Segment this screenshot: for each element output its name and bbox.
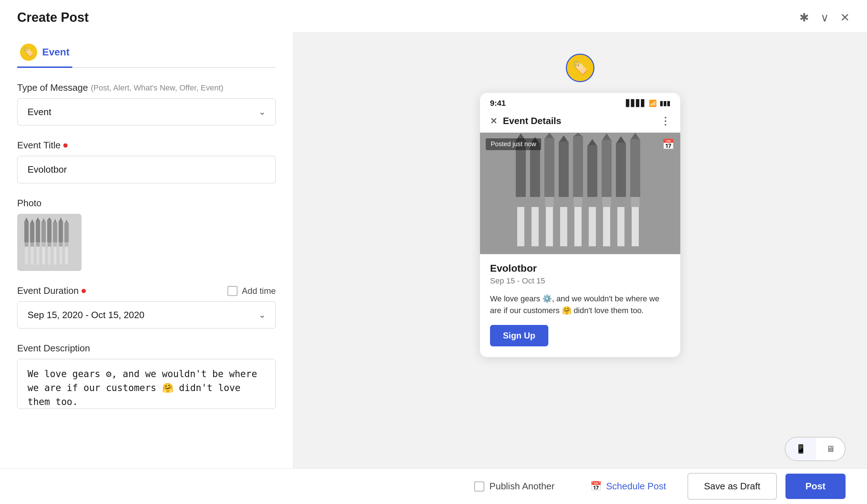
svg-rect-16	[47, 219, 52, 242]
photo-preview[interactable]	[17, 214, 82, 271]
svg-rect-62	[617, 197, 625, 207]
svg-rect-46	[559, 197, 568, 207]
event-tab-icon: 🏷️	[20, 44, 37, 61]
duration-label: Event Duration	[17, 285, 86, 296]
duration-label-row: Event Duration Add time	[17, 285, 276, 296]
svg-rect-47	[560, 207, 567, 246]
wifi-icon: 📶	[649, 99, 657, 107]
svg-rect-20	[53, 222, 57, 242]
svg-rect-6	[31, 247, 34, 265]
svg-marker-3	[25, 217, 28, 221]
preview-brushes-svg	[480, 133, 680, 254]
svg-marker-27	[59, 217, 62, 221]
signup-button[interactable]: Sign Up	[490, 325, 548, 346]
svg-rect-57	[602, 140, 612, 197]
add-time-row: Add time	[227, 286, 276, 296]
status-icons: ▋▋▋▋ 📶 ▮▮▮	[626, 99, 670, 107]
event-description-label: Event Description	[17, 343, 276, 354]
brushes-illustration	[21, 216, 78, 269]
post-button[interactable]: Post	[785, 474, 846, 499]
preview-event-title: Evolotbor	[490, 263, 670, 274]
duration-required-dot	[82, 289, 86, 293]
pin-icon[interactable]: ✱	[799, 11, 809, 24]
preview-event-description: We love gears ⚙️, and we wouldn't be whe…	[490, 293, 670, 316]
tab-event-label: Event	[42, 46, 69, 58]
svg-rect-28	[64, 223, 69, 242]
svg-rect-13	[42, 242, 45, 247]
svg-marker-15	[42, 218, 45, 222]
svg-rect-35	[517, 207, 524, 246]
publish-another-label: Publish Another	[489, 481, 554, 492]
svg-rect-50	[574, 197, 582, 207]
svg-rect-66	[631, 197, 640, 207]
svg-rect-41	[544, 138, 554, 197]
svg-rect-38	[531, 197, 539, 207]
svg-rect-42	[545, 197, 554, 207]
svg-rect-9	[36, 242, 40, 247]
svg-rect-22	[54, 247, 57, 265]
svg-rect-25	[59, 242, 63, 247]
right-panel: 🏷️ 9:41 ▋▋▋▋ 📶 ▮▮▮ ✕ Event Details	[293, 32, 867, 504]
event-title-label: Event Title	[17, 140, 276, 151]
event-image: Posted just now 📅	[480, 133, 680, 254]
photo-section: Photo	[17, 198, 276, 271]
type-sublabel: (Post, Alert, What's New, Offer, Event)	[91, 83, 224, 93]
svg-rect-65	[630, 139, 640, 197]
mobile-time: 9:41	[490, 99, 506, 108]
svg-rect-17	[48, 242, 51, 247]
tab-event[interactable]: 🏷️ Event	[17, 38, 72, 68]
svg-marker-31	[65, 219, 68, 223]
mobile-status-bar: 9:41 ▋▋▋▋ 📶 ▮▮▮	[480, 93, 680, 112]
publish-another-row: Publish Another	[474, 481, 554, 492]
svg-rect-67	[632, 207, 639, 246]
event-description-textarea[interactable]: We love gears ⚙️, and we wouldn't be whe…	[17, 359, 276, 409]
svg-rect-30	[65, 247, 68, 265]
duration-select-wrapper: Sep 15, 2020 - Oct 15, 2020 ⌄	[17, 301, 276, 328]
event-title-input[interactable]	[17, 156, 276, 183]
add-time-checkbox[interactable]	[227, 286, 237, 296]
event-title-section: Event Title	[17, 140, 276, 183]
event-duration-section: Event Duration Add time Sep 15, 2020 - O…	[17, 285, 276, 328]
event-description-section: Event Description We love gears ⚙️, and …	[17, 343, 276, 410]
svg-rect-55	[589, 207, 596, 246]
mobile-more-icon[interactable]: ⋮	[660, 115, 670, 127]
svg-rect-26	[59, 247, 62, 265]
svg-rect-37	[530, 143, 540, 197]
desktop-view-button[interactable]: 🖥	[816, 438, 845, 460]
schedule-post-button[interactable]: 📅 Schedule Post	[577, 474, 679, 499]
svg-rect-29	[65, 242, 68, 247]
chevron-down-icon[interactable]: ∨	[821, 11, 829, 24]
signal-icon: ▋▋▋▋	[626, 99, 646, 107]
svg-rect-1	[25, 242, 28, 247]
posted-label: Posted just now	[486, 138, 541, 150]
preview-event-dates: Sep 15 - Oct 15	[490, 276, 670, 286]
battery-icon: ▮▮▮	[660, 99, 670, 107]
svg-marker-11	[36, 217, 39, 220]
type-of-message-select[interactable]: Event Post Alert What's New Offer	[17, 98, 276, 125]
publish-another-checkbox[interactable]	[474, 481, 484, 491]
mobile-close-icon[interactable]: ✕	[490, 116, 497, 126]
svg-rect-54	[588, 197, 597, 207]
svg-rect-2	[25, 247, 28, 265]
svg-rect-63	[617, 207, 624, 246]
svg-rect-59	[603, 207, 610, 246]
svg-rect-18	[48, 247, 51, 265]
calendar-icon: 📅	[662, 138, 675, 150]
type-of-message-label: Type of Message (Post, Alert, What's New…	[17, 82, 276, 93]
svg-rect-24	[59, 221, 63, 242]
svg-rect-12	[41, 222, 46, 242]
svg-rect-10	[36, 247, 39, 265]
svg-rect-49	[573, 136, 583, 197]
mobile-view-button[interactable]: 📱	[785, 438, 816, 460]
svg-rect-58	[602, 197, 611, 207]
svg-rect-51	[574, 207, 582, 246]
svg-marker-7	[31, 219, 34, 223]
save-draft-button[interactable]: Save as Draft	[687, 473, 777, 500]
svg-rect-43	[546, 207, 553, 246]
svg-rect-4	[30, 223, 34, 242]
main-content: 🏷️ Event Type of Message (Post, Alert, W…	[0, 32, 867, 504]
bottom-bar: Publish Another 📅 Schedule Post Save as …	[0, 468, 867, 504]
preview-avatar: 🏷️	[566, 54, 594, 82]
duration-select[interactable]: Sep 15, 2020 - Oct 15, 2020	[17, 301, 276, 328]
close-icon[interactable]: ✕	[840, 11, 850, 24]
